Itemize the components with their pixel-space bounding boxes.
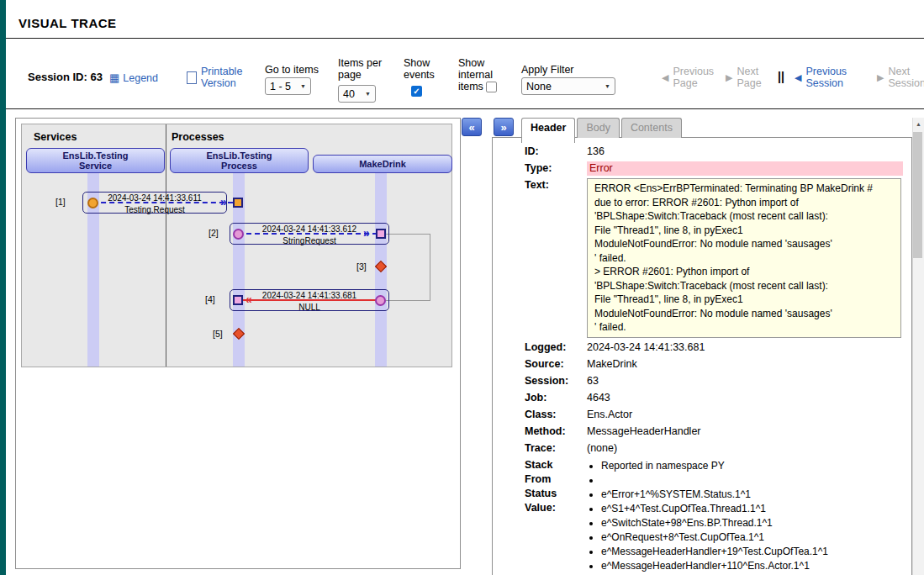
visual-trace-screen: VISUAL TRACE Session ID: 63 ▦Legend Prin… — [0, 0, 924, 575]
source-endpoint-icon[interactable] — [375, 295, 386, 306]
previous-session-label: Previous Session — [805, 66, 851, 89]
field-trace: Trace: (none) — [525, 441, 905, 456]
message-name: Testing.Request — [83, 205, 226, 214]
field-session: Session: 63 — [525, 374, 905, 388]
item-index-label: [4] — [205, 294, 215, 304]
apply-filter-select[interactable]: None ▼ — [521, 77, 615, 95]
item-index-label: [3] — [356, 261, 367, 272]
message-timestamp: 2024-03-24 14:41:33.612 — [230, 224, 388, 234]
status-badge: Error — [587, 161, 903, 176]
item-index-label: [2] — [209, 228, 219, 238]
field-value: 2024-03-24 14:41:33.681 — [587, 340, 905, 355]
scroll-up-button[interactable]: ▲ — [913, 118, 924, 130]
message-name: StringRequest — [230, 236, 388, 245]
chevron-right-icon: » — [500, 121, 506, 134]
item-index-label: [5] — [213, 329, 223, 339]
host-box-makedrink[interactable]: MakeDrink — [313, 155, 452, 173]
show-events-checkbox[interactable]: ✓ — [411, 86, 422, 97]
field-logged: Logged: 2024-03-24 14:41:33.681 — [525, 340, 905, 355]
error-text-box: ERROR <Ens>ErrBPTerminated: Terminating … — [587, 178, 901, 338]
items-per-page-select[interactable]: 40 ▼ — [338, 85, 376, 103]
legend-icon: ▦ — [109, 71, 119, 84]
page-icon — [187, 71, 197, 84]
host-box-testing-process[interactable]: EnsLib.Testing Process — [170, 148, 309, 173]
source-endpoint-icon[interactable] — [87, 198, 98, 208]
message-label-box[interactable]: 2024-03-24 14:41:33.611 Testing.Request — [82, 192, 227, 214]
printable-version-label: Printable Version — [201, 66, 250, 89]
show-internal-items-checkbox[interactable] — [486, 82, 497, 92]
caret-down-icon: ▼ — [605, 83, 610, 89]
stack-item: e^MessageHeaderHandler+110^Ens.Actor.1^1 — [601, 560, 905, 572]
field-job: Job: 4643 — [525, 391, 905, 405]
stack-item: Reported in namespace PY — [601, 460, 905, 472]
field-label: Trace: — [525, 441, 587, 456]
field-label: Source: — [525, 357, 587, 372]
apply-filter-value: None — [526, 81, 552, 92]
scrollbar-thumb[interactable] — [913, 132, 922, 258]
field-label: Type: — [525, 161, 587, 176]
caret-down-icon: ▼ — [300, 83, 306, 89]
message-timestamp: 2024-03-24 14:41:33.611 — [83, 193, 226, 203]
stack-item: e^MessageHeaderHandler+19^Test.CupOfTea.… — [601, 546, 905, 558]
field-label: Class: — [525, 408, 587, 422]
page-session-separator: || — [778, 70, 784, 83]
message-label-box[interactable]: 2024-03-24 14:41:33.681 NULL — [230, 289, 389, 311]
tab-contents[interactable]: Contents — [621, 118, 682, 138]
expand-right-button[interactable]: » — [494, 118, 514, 136]
next-page-icon: ▶ — [726, 71, 732, 83]
stack-item: e^SwitchState+98^Ens.BP.Thread.1^1 — [601, 517, 905, 530]
target-endpoint-icon[interactable] — [233, 295, 243, 305]
field-label: ID: — [525, 145, 587, 159]
field-value: MakeDrink — [587, 357, 905, 372]
trace-panel: Services Processes EnsLib.Testing Servic… — [15, 118, 461, 569]
column-divider — [166, 124, 166, 367]
field-label: Session: — [525, 374, 587, 388]
field-method: Method: MessageHeaderHandler — [525, 425, 905, 439]
next-page-button[interactable]: ▶ Next Page — [726, 66, 782, 89]
items-per-page-value: 40 — [343, 88, 355, 100]
field-type: Type: Error — [525, 161, 905, 176]
source-endpoint-icon[interactable] — [233, 229, 244, 240]
chevron-left-icon: « — [468, 121, 474, 134]
left-accent-stripe — [0, 0, 6, 575]
apply-filter-label: Apply Filter — [521, 64, 574, 76]
next-session-button[interactable]: ▶ Next Session — [877, 66, 924, 89]
trace-diagram: Services Processes EnsLib.Testing Servic… — [21, 124, 452, 367]
previous-page-button[interactable]: ◀ Previous Page — [662, 66, 718, 89]
goto-items-value: 1 - 5 — [270, 81, 291, 92]
target-endpoint-icon[interactable] — [233, 198, 243, 208]
details-tabs: Header Body Contents — [521, 118, 684, 138]
stack-item: e^OnRequest+8^Test.CupOfTea.1^1 — [601, 531, 905, 544]
details-content: ID: 136 Type: Error Text: ERROR <Ens>Err… — [493, 138, 911, 575]
previous-session-button[interactable]: ◀ Previous Session — [795, 66, 851, 89]
goto-items-select[interactable]: 1 - 5 ▼ — [265, 77, 311, 95]
field-text: Text: ERROR <Ens>ErrBPTerminated: Termin… — [525, 178, 905, 338]
title-bar: VISUAL TRACE — [6, 0, 924, 39]
field-label: Method: — [525, 425, 587, 439]
stack-item — [601, 474, 905, 487]
tab-body[interactable]: Body — [577, 118, 620, 138]
legend-link[interactable]: ▦Legend — [109, 71, 158, 84]
collapse-left-button[interactable]: « — [462, 118, 482, 136]
target-endpoint-icon[interactable] — [376, 229, 386, 239]
scroll-up-icon: ▲ — [916, 121, 921, 127]
field-label: Stack From Status Value: — [525, 458, 587, 575]
field-value: 63 — [587, 374, 905, 388]
field-label: Text: — [525, 178, 587, 338]
column-header-services: Services — [34, 131, 77, 143]
item-index-label: [1] — [55, 197, 66, 207]
next-page-label: Next Page — [737, 66, 782, 89]
message-label-box[interactable]: 2024-03-24 14:41:33.612 StringRequest — [230, 223, 389, 245]
printable-version-link[interactable]: Printable Version — [187, 66, 250, 89]
tab-header[interactable]: Header — [521, 118, 575, 143]
field-value: 136 — [587, 145, 905, 159]
caret-down-icon: ▼ — [365, 91, 371, 97]
field-value: (none) — [587, 441, 905, 456]
message-timestamp: 2024-03-24 14:41:33.681 — [230, 291, 388, 300]
host-box-testing-service[interactable]: EnsLib.Testing Service — [26, 148, 165, 173]
page-title: VISUAL TRACE — [18, 16, 117, 30]
request-response-connector — [386, 234, 430, 301]
show-internal-items-label: Show internal items — [458, 57, 504, 92]
previous-page-label: Previous Page — [673, 66, 718, 89]
next-session-icon: ▶ — [877, 71, 884, 83]
